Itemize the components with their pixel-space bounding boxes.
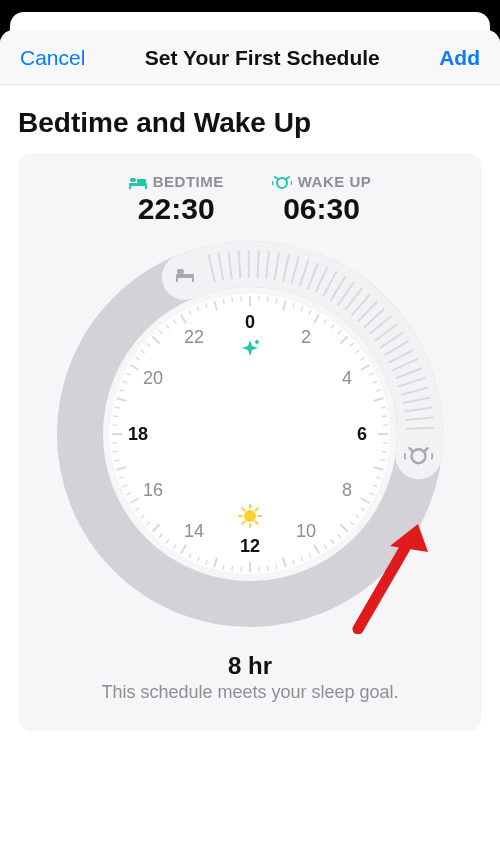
svg-rect-4 <box>145 186 147 189</box>
svg-line-109 <box>113 451 118 452</box>
page-title: Bedtime and Wake Up <box>18 107 482 139</box>
alarm-icon <box>272 175 292 189</box>
hour-0: 0 <box>245 312 255 332</box>
svg-line-133 <box>232 297 233 302</box>
hour-16: 16 <box>143 480 163 500</box>
hour-20: 20 <box>143 368 163 388</box>
bedtime-label-text: BEDTIME <box>153 173 224 190</box>
dial-face <box>110 294 390 574</box>
hour-4: 4 <box>342 368 352 388</box>
summary-note: This schedule meets your sleep goal. <box>28 682 472 703</box>
hour-18: 18 <box>128 424 148 444</box>
svg-line-65 <box>382 451 387 452</box>
hour-12: 12 <box>240 536 260 556</box>
svg-rect-144 <box>176 274 194 278</box>
hour-8: 8 <box>342 480 352 500</box>
svg-line-85 <box>267 566 268 571</box>
svg-rect-3 <box>129 186 131 189</box>
svg-rect-147 <box>192 278 194 282</box>
schedule-card: BEDTIME 22:30 WAKE UP 06:30 <box>18 153 482 731</box>
svg-rect-145 <box>177 269 184 274</box>
bed-icon <box>129 175 147 189</box>
sleep-dial[interactable]: 0246810121416182022 <box>50 234 450 634</box>
wakeup-label-text: WAKE UP <box>298 173 372 190</box>
svg-line-61 <box>382 416 387 417</box>
sun-icon <box>239 505 261 527</box>
wakeup-label: WAKE UP <box>272 173 372 190</box>
summary-duration: 8 hr <box>28 652 472 680</box>
svg-rect-2 <box>137 179 146 183</box>
navbar: Cancel Set Your First Schedule Add <box>0 30 500 85</box>
cancel-button[interactable]: Cancel <box>20 46 85 70</box>
bedtime-value: 22:30 <box>129 192 224 226</box>
hour-2: 2 <box>301 327 311 347</box>
bedtime-label: BEDTIME <box>129 173 224 190</box>
summary: 8 hr This schedule meets your sleep goal… <box>28 652 472 703</box>
add-button[interactable]: Add <box>439 46 480 70</box>
hour-6: 6 <box>357 424 367 444</box>
svg-point-135 <box>244 510 256 522</box>
svg-rect-1 <box>130 178 136 182</box>
modal-sheet: Cancel Set Your First Schedule Add Bedti… <box>0 30 500 842</box>
hour-10: 10 <box>296 521 316 541</box>
svg-rect-0 <box>129 183 147 186</box>
svg-line-89 <box>232 566 233 571</box>
svg-line-38 <box>406 428 434 429</box>
svg-line-11 <box>258 250 259 278</box>
svg-line-113 <box>113 416 118 417</box>
wakeup-value: 06:30 <box>272 192 372 226</box>
time-readout: BEDTIME 22:30 WAKE UP 06:30 <box>28 173 472 226</box>
hour-22: 22 <box>184 327 204 347</box>
hour-14: 14 <box>184 521 204 541</box>
nav-title: Set Your First Schedule <box>145 46 380 70</box>
svg-rect-146 <box>176 278 178 282</box>
svg-line-41 <box>267 297 268 302</box>
